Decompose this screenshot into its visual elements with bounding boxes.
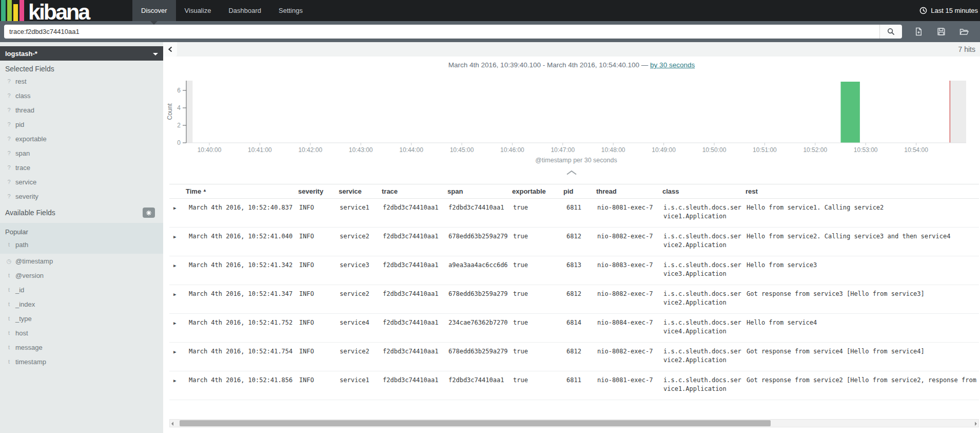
field-name: exportable xyxy=(15,135,47,143)
field-item-rest[interactable]: ?rest xyxy=(0,74,163,88)
cell-severity: INFO xyxy=(295,314,336,343)
column-header-class[interactable]: class xyxy=(659,184,742,199)
row-expander-icon[interactable]: ▶ xyxy=(169,314,183,343)
cell-exportable: true xyxy=(509,285,560,314)
nav-item-visualize[interactable]: Visualize xyxy=(176,0,220,21)
cell-rest: Got response from service3 [Hello from s… xyxy=(742,285,979,314)
nav-item-discover[interactable]: Discover xyxy=(132,0,176,21)
chart-collapse-button[interactable] xyxy=(558,168,585,177)
field-item-exportable[interactable]: ?exportable xyxy=(0,131,163,146)
string-field-icon: t xyxy=(6,330,12,336)
field-item-host[interactable]: thost xyxy=(0,326,163,340)
cell-service: service4 xyxy=(336,314,379,343)
field-item-service[interactable]: ?service xyxy=(0,175,163,189)
field-item-path[interactable]: tpath xyxy=(0,237,163,252)
discover-main: 7 hits March 4th 2016, 10:39:40.100 - Ma… xyxy=(163,42,980,433)
column-header-thread[interactable]: thread xyxy=(593,184,659,199)
x-tick-label: 10:41:00 xyxy=(248,146,272,154)
cell-time: March 4th 2016, 10:52:41.347 xyxy=(183,285,295,314)
open-search-button[interactable] xyxy=(959,27,969,36)
field-item-@timestamp[interactable]: ◷@timestamp xyxy=(0,254,163,268)
field-name: timestamp xyxy=(15,358,46,366)
field-item-_id[interactable]: t_id xyxy=(0,283,163,297)
cell-span: f2dbd3c74410aa1 xyxy=(444,371,509,400)
horizontal-scrollbar[interactable] xyxy=(169,419,979,427)
folder-open-icon xyxy=(959,27,969,36)
column-header-time[interactable]: Time▲ xyxy=(183,184,295,199)
unknown-field-icon: ? xyxy=(6,136,12,142)
cell-time: March 4th 2016, 10:52:41.040 xyxy=(183,228,295,256)
field-item-@version[interactable]: t@version xyxy=(0,268,163,283)
y-tick-label: 6 xyxy=(177,87,181,94)
column-header-exportable[interactable]: exportable xyxy=(509,184,560,199)
cell-span: 678edd63b259a279 xyxy=(444,285,509,314)
table-row: ▶March 4th 2016, 10:52:41.342INFOservice… xyxy=(169,256,979,285)
time-picker[interactable]: Last 15 minutes xyxy=(919,0,980,21)
field-item-pid[interactable]: ?pid xyxy=(0,117,163,131)
nav-item-dashboard[interactable]: Dashboard xyxy=(220,0,270,21)
field-item-thread[interactable]: ?thread xyxy=(0,103,163,117)
field-item-severity[interactable]: ?severity xyxy=(0,189,163,203)
x-axis-label: @timestamp per 30 seconds xyxy=(535,157,617,164)
column-header-pid[interactable]: pid xyxy=(560,184,593,199)
cell-exportable: true xyxy=(509,371,560,400)
column-header-service[interactable]: service xyxy=(336,184,379,199)
field-item-_type[interactable]: t_type xyxy=(0,311,163,326)
save-search-button[interactable] xyxy=(937,27,946,36)
table-row: ▶March 4th 2016, 10:52:41.347INFOservice… xyxy=(169,285,979,314)
row-expander-icon[interactable]: ▶ xyxy=(169,343,183,371)
nav-item-settings[interactable]: Settings xyxy=(270,0,311,21)
cell-rest: Hello from service1. Calling service2 xyxy=(742,199,979,228)
table-row: ▶March 4th 2016, 10:52:41.752INFOservice… xyxy=(169,314,979,343)
row-expander-icon[interactable]: ▶ xyxy=(169,371,183,400)
search-input[interactable] xyxy=(4,25,879,39)
selected-fields-title: Selected Fields xyxy=(0,61,163,74)
row-expander-icon[interactable]: ▶ xyxy=(169,199,183,228)
row-expander-icon[interactable]: ▶ xyxy=(169,228,183,256)
field-item-_index[interactable]: t_index xyxy=(0,297,163,311)
cell-time: March 4th 2016, 10:52:41.752 xyxy=(183,314,295,343)
scroll-left-arrow-icon[interactable] xyxy=(171,422,173,426)
cell-class: i.s.c.sleuth.docs.service1.Application xyxy=(659,199,742,228)
scroll-right-arrow-icon[interactable] xyxy=(975,422,977,426)
y-tick-label: 2 xyxy=(177,122,181,129)
scrollbar-thumb[interactable] xyxy=(180,420,771,426)
save-icon xyxy=(937,27,946,36)
field-settings-button[interactable] xyxy=(143,208,155,218)
y-axis-label: Count xyxy=(166,103,173,120)
field-item-trace[interactable]: ?trace xyxy=(0,160,163,175)
row-expander-icon[interactable]: ▶ xyxy=(169,256,183,285)
field-item-timestamp[interactable]: ttimestamp xyxy=(0,354,163,369)
hits-histogram[interactable]: 10:40:0010:41:0010:42:0010:43:0010:44:00… xyxy=(163,68,979,171)
row-expander-icon[interactable]: ▶ xyxy=(169,285,183,314)
search-button[interactable] xyxy=(879,25,902,39)
gear-icon xyxy=(146,210,152,216)
unknown-field-icon: ? xyxy=(6,78,12,84)
cell-severity: INFO xyxy=(295,256,336,285)
string-field-icon: t xyxy=(6,301,12,307)
search-icon xyxy=(887,28,895,35)
field-name: service xyxy=(15,178,36,186)
kibana-app: kibana DiscoverVisualizeDashboardSetting… xyxy=(0,0,980,433)
table-row: ▶March 4th 2016, 10:52:41.040INFOservice… xyxy=(169,228,979,256)
column-header-trace[interactable]: trace xyxy=(379,184,444,199)
field-item-message[interactable]: tmessage xyxy=(0,340,163,354)
field-item-class[interactable]: ?class xyxy=(0,88,163,103)
field-name: _index xyxy=(15,300,35,308)
cell-rest: Hello from service4 xyxy=(742,314,979,343)
hits-count: 7 hits xyxy=(958,45,975,53)
cell-exportable: true xyxy=(509,228,560,256)
x-tick-label: 10:45:00 xyxy=(450,146,474,154)
index-pattern-selector[interactable]: logstash-* xyxy=(0,46,163,61)
column-header-rest[interactable]: rest xyxy=(742,184,979,199)
column-header-span[interactable]: span xyxy=(444,184,509,199)
string-field-icon: t xyxy=(6,272,12,278)
kibana-logo-icon xyxy=(1,0,26,21)
histogram-bar[interactable] xyxy=(841,82,860,143)
new-search-button[interactable] xyxy=(914,27,923,36)
query-bar xyxy=(0,21,980,42)
sidebar-collapse-button[interactable] xyxy=(163,42,177,57)
y-tick-label: 0 xyxy=(177,139,181,146)
field-item-span[interactable]: ?span xyxy=(0,146,163,160)
column-header-severity[interactable]: severity xyxy=(295,184,336,199)
